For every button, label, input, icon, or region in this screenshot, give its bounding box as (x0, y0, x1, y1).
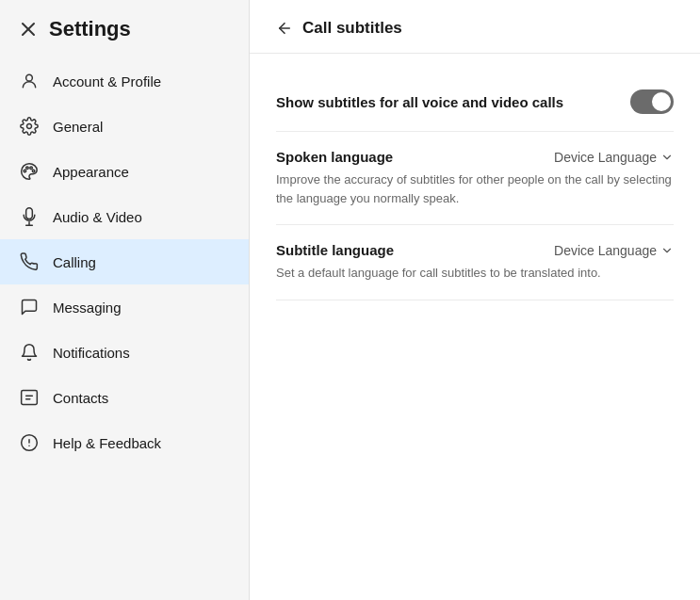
sidebar-item-contacts[interactable]: Contacts (0, 375, 249, 420)
phone-icon (19, 251, 40, 272)
sidebar-item-label: Messaging (53, 300, 122, 316)
subtitle-language-desc: Set a default language for call subtitle… (276, 264, 674, 283)
subtitle-language-value: Device Language (554, 243, 657, 258)
spoken-language-label: Spoken language (276, 149, 393, 165)
bell-icon (19, 342, 40, 363)
sidebar-item-audio-video[interactable]: Audio & Video (0, 194, 249, 239)
show-subtitles-label: Show subtitles for all voice and video c… (276, 94, 563, 110)
content-body: Show subtitles for all voice and video c… (250, 54, 700, 319)
show-subtitles-toggle[interactable] (630, 89, 674, 114)
info-icon (19, 432, 40, 453)
subtitle-language-dropdown[interactable]: Device Language (554, 243, 674, 258)
nav-list: Account & Profile General Appearance Aud… (0, 51, 249, 473)
subtitle-language-header: Subtitle language Device Language (276, 242, 674, 258)
sidebar-item-label: Audio & Video (53, 209, 142, 225)
main-content: Call subtitles Show subtitles for all vo… (250, 0, 700, 600)
paintbrush-icon (19, 161, 40, 182)
spoken-language-dropdown[interactable]: Device Language (554, 150, 674, 165)
gear-icon (19, 116, 40, 137)
subtitle-language-section: Subtitle language Device Language Set a … (276, 225, 674, 300)
svg-point-5 (26, 167, 29, 170)
svg-point-7 (32, 170, 35, 172)
sidebar-item-help-feedback[interactable]: Help & Feedback (0, 420, 249, 465)
sidebar-item-label: Account & Profile (53, 73, 161, 89)
sidebar-item-general[interactable]: General (0, 104, 249, 149)
sidebar-header: Settings (0, 0, 249, 51)
sidebar-item-label: Help & Feedback (53, 435, 161, 451)
spoken-language-value: Device Language (554, 150, 657, 165)
page-title: Call subtitles (302, 19, 402, 38)
show-subtitles-row: Show subtitles for all voice and video c… (276, 73, 674, 132)
spoken-language-desc: Improve the accuracy of subtitles for ot… (276, 170, 674, 207)
sidebar: Settings Account & Profile General Appea… (0, 0, 250, 600)
subtitle-language-label: Subtitle language (276, 242, 394, 258)
svg-point-3 (27, 124, 32, 129)
sidebar-item-messaging[interactable]: Messaging (0, 284, 249, 330)
chevron-down-icon (660, 244, 674, 257)
person-icon (19, 71, 40, 91)
sidebar-item-label: Contacts (53, 390, 108, 406)
sidebar-title: Settings (49, 17, 131, 41)
svg-point-6 (30, 167, 33, 170)
sidebar-item-notifications[interactable]: Notifications (0, 330, 249, 375)
sidebar-item-label: General (53, 119, 103, 135)
sidebar-item-label: Notifications (53, 345, 130, 361)
spoken-language-section: Spoken language Device Language Improve … (276, 132, 674, 225)
back-button[interactable] (276, 20, 293, 37)
sidebar-item-label: Calling (53, 254, 96, 270)
mic-icon (19, 206, 40, 227)
chat-icon (19, 297, 40, 317)
sidebar-item-label: Appearance (53, 164, 129, 180)
svg-rect-10 (22, 391, 38, 405)
toggle-slider (630, 89, 674, 114)
spoken-language-header: Spoken language Device Language (276, 149, 674, 165)
sidebar-item-calling[interactable]: Calling (0, 239, 249, 284)
contacts-icon (19, 387, 40, 408)
sidebar-item-appearance[interactable]: Appearance (0, 149, 249, 194)
chevron-down-icon (660, 151, 674, 164)
close-button[interactable] (19, 20, 38, 39)
svg-point-4 (24, 170, 26, 172)
sidebar-item-account-profile[interactable]: Account & Profile (0, 58, 249, 104)
content-header: Call subtitles (250, 0, 700, 54)
svg-point-2 (26, 74, 33, 81)
